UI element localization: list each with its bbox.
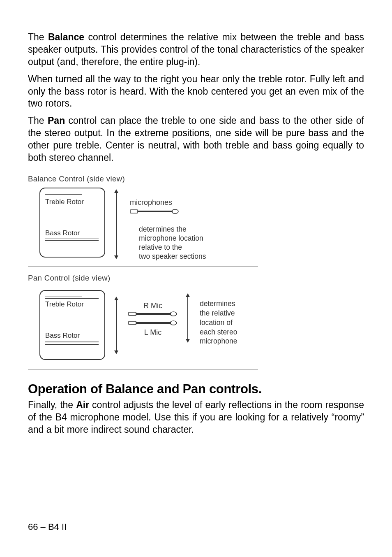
microphone-icon [128, 311, 178, 318]
svg-rect-0 [130, 210, 138, 213]
diagram1-description: determines the microphone location relat… [139, 225, 206, 261]
fp-a: Finally, the [28, 399, 76, 410]
svg-point-2 [172, 209, 178, 214]
divider-line [28, 369, 258, 369]
section-heading: Operation of Balance and Pan controls. [28, 382, 364, 397]
paragraph-pan: The Pan control can place the treble to … [28, 115, 364, 164]
bass-rotor-label: Bass Rotor [45, 229, 99, 237]
r-mic-label: R Mic [143, 302, 162, 310]
air-bold: Air [76, 399, 89, 410]
diagram2-title: Pan Control (side view) [28, 274, 364, 283]
paragraph-rotor-mix: When turned all the way to the right you… [28, 73, 364, 110]
page-footer: 66 – B4 II [28, 522, 67, 532]
treble-lines-icon [45, 297, 99, 299]
bass-lines-icon [45, 341, 99, 345]
vertical-arrow-icon [110, 189, 122, 259]
l-mic-label: L Mic [144, 328, 161, 337]
vertical-arrow-icon [110, 297, 122, 354]
p3c-text: control can place the treble to one side… [28, 115, 364, 163]
p3a-text: The [28, 115, 48, 126]
balance-bold: Balance [48, 32, 84, 42]
svg-point-8 [170, 321, 177, 325]
paragraph-balance: The Balance control determines the relat… [28, 31, 364, 68]
svg-rect-6 [129, 321, 136, 325]
diagram1-title: Balance Control (side view) [28, 174, 364, 183]
treble-rotor-label: Treble Rotor [45, 198, 99, 206]
vertical-arrow-icon [182, 293, 194, 343]
speaker-box-icon: Treble Rotor Bass Rotor [39, 188, 105, 258]
bass-rotor-label2: Bass Rotor [45, 332, 99, 340]
diagram-balance: Balance Control (side view) Treble Rotor… [28, 171, 364, 267]
treble-lines-icon [45, 194, 99, 196]
microphone-icon [128, 320, 178, 327]
divider-line [28, 171, 258, 171]
diagram2-description: determines the relative location of each… [200, 299, 237, 346]
treble-rotor-label2: Treble Rotor [45, 300, 99, 309]
paragraph-air: Finally, the Air control adjusts the lev… [28, 399, 364, 436]
svg-point-5 [170, 312, 177, 316]
microphones-label: microphones [130, 198, 206, 207]
p1a-text: The [28, 32, 48, 42]
speaker-box-icon: Treble Rotor Bass Rotor [39, 290, 105, 360]
divider-line [28, 267, 258, 267]
diagram-pan: Pan Control (side view) Treble Rotor Bas… [28, 274, 364, 369]
bass-lines-icon [45, 239, 99, 242]
microphone-icon [130, 209, 179, 214]
svg-rect-3 [129, 312, 136, 316]
pan-bold: Pan [48, 115, 65, 126]
